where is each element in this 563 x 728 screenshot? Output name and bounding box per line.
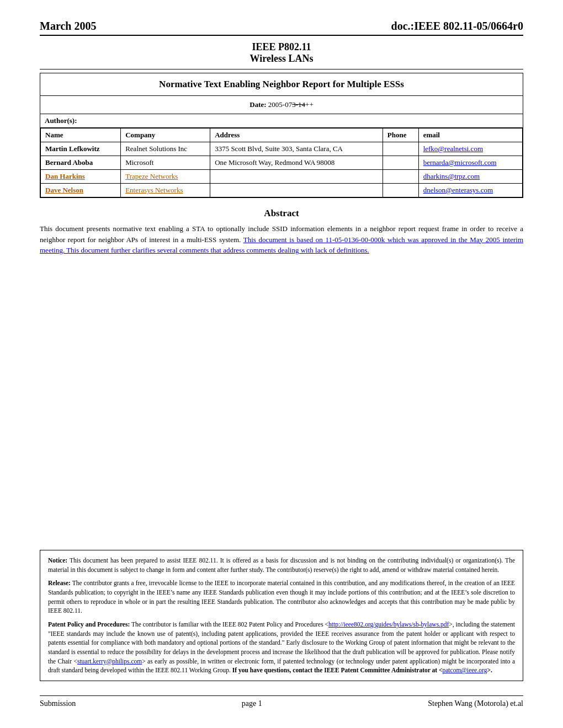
date-label: Date: bbox=[249, 100, 266, 109]
author-phone bbox=[383, 142, 418, 156]
author-company: Microsoft bbox=[121, 156, 210, 170]
title-block: IEEE P802.11 Wireless LANs bbox=[40, 41, 523, 69]
patent-link-1[interactable]: http://ieee802.org/guides/bylaws/sb-byla… bbox=[328, 621, 449, 628]
header-doc-id: doc.:IEEE 802.11-05/0664r0 bbox=[391, 20, 523, 33]
date-value-main: 2005-07 bbox=[268, 100, 292, 109]
author-address: One Microsoft Way, Redmond WA 98008 bbox=[210, 156, 383, 170]
notice-bold-label: Notice: bbox=[48, 557, 67, 564]
author-name-link[interactable]: Dave Nelson bbox=[45, 186, 83, 194]
abstract-title: Abstract bbox=[40, 208, 523, 219]
doc-info-box: Normative Text Enabling Neighbor Report … bbox=[40, 73, 523, 198]
release-text: The contributor grants a free, irrevocab… bbox=[48, 580, 515, 614]
col-header-company: Company bbox=[121, 129, 210, 142]
col-header-phone: Phone bbox=[383, 129, 418, 142]
email-link[interactable]: dharkins@trpz.com bbox=[423, 172, 480, 180]
page: March 2005 doc.:IEEE 802.11-05/0664r0 IE… bbox=[0, 0, 563, 728]
author-company: Enterasys Networks bbox=[121, 184, 210, 197]
patent-bold-label: Patent Policy and Procedures: bbox=[48, 621, 130, 628]
authors-table-header-row: Name Company Address Phone email bbox=[41, 129, 523, 142]
doc-title-line1: IEEE P802.11 bbox=[40, 41, 523, 53]
patent-text-1: The contributor is familiar with the IEE… bbox=[131, 621, 328, 628]
table-row: Martin Lefkowitz Realnet Solutions Inc 3… bbox=[41, 142, 523, 156]
abstract-paragraph: This document presents normative text en… bbox=[40, 223, 523, 256]
page-header: March 2005 doc.:IEEE 802.11-05/0664r0 bbox=[40, 20, 523, 36]
author-phone bbox=[383, 156, 418, 170]
doc-title-line2: Wireless LANs bbox=[40, 53, 523, 65]
author-address: 3375 Scott Blvd, Suite 303, Santa Clara,… bbox=[210, 142, 383, 156]
abstract-section: Abstract This document presents normativ… bbox=[40, 208, 523, 256]
notice-paragraph: Notice: This document has been prepared … bbox=[48, 556, 515, 574]
author-name: Bernard Aboba bbox=[41, 156, 121, 170]
company-link[interactable]: Enterasys Networks bbox=[125, 186, 183, 194]
header-date: March 2005 bbox=[40, 20, 96, 33]
table-row: Dan Harkins Trapeze Networks dharkins@tr… bbox=[41, 170, 523, 184]
table-row: Dave Nelson Enterasys Networks dnelson@e… bbox=[41, 184, 523, 197]
author-phone bbox=[383, 170, 418, 184]
author-name: Dan Harkins bbox=[41, 170, 121, 184]
footer-page-number: page 1 bbox=[242, 699, 262, 708]
authors-table: Name Company Address Phone email Martin … bbox=[40, 128, 523, 197]
doc-submission-title: Normative Text Enabling Neighbor Report … bbox=[40, 73, 523, 96]
notice-text: This document has been prepared to assis… bbox=[48, 557, 515, 573]
author-name: Dave Nelson bbox=[41, 184, 121, 197]
authors-label: Author(s): bbox=[40, 114, 523, 128]
patent-bold-2: If you have questions, contact the IEEE … bbox=[232, 667, 443, 673]
company-link[interactable]: Trapeze Networks bbox=[125, 172, 178, 180]
email-link[interactable]: bernarda@microsoft.com bbox=[423, 158, 497, 167]
email-link[interactable]: dnelson@enterasys.com bbox=[423, 186, 493, 194]
release-paragraph: Release: The contributor grants a free, … bbox=[48, 579, 515, 615]
author-name-link[interactable]: Dan Harkins bbox=[45, 172, 85, 180]
footer-author: Stephen Wang (Motorola) et.al bbox=[428, 699, 523, 708]
email-link[interactable]: lefko@realnetsi.com bbox=[423, 144, 483, 153]
patent-link-3[interactable]: patcom@ieee.org bbox=[443, 667, 487, 673]
doc-date-row: Date: 2005-073-14++ bbox=[40, 96, 523, 114]
date-strikethrough: 3-14 bbox=[292, 100, 305, 109]
author-email: dnelson@enterasys.com bbox=[418, 184, 522, 197]
author-email: bernarda@microsoft.com bbox=[418, 156, 522, 170]
author-company: Trapeze Networks bbox=[121, 170, 210, 184]
footer-submission: Submission bbox=[40, 699, 76, 708]
author-email: lefko@realnetsi.com bbox=[418, 142, 522, 156]
notice-box: Notice: This document has been prepared … bbox=[40, 550, 523, 681]
author-name: Martin Lefkowitz bbox=[41, 142, 121, 156]
page-footer: Submission page 1 Stephen Wang (Motorola… bbox=[40, 695, 523, 708]
table-row: Bernard Aboba Microsoft One Microsoft Wa… bbox=[41, 156, 523, 170]
patent-text-4: >. bbox=[487, 667, 492, 673]
col-header-address: Address bbox=[210, 129, 383, 142]
author-email: dharkins@trpz.com bbox=[418, 170, 522, 184]
author-phone bbox=[383, 184, 418, 197]
author-company: Realnet Solutions Inc bbox=[121, 142, 210, 156]
date-suffix: ++ bbox=[305, 100, 314, 109]
patent-paragraph: Patent Policy and Procedures: The contri… bbox=[48, 620, 515, 675]
col-header-email: email bbox=[418, 129, 522, 142]
release-bold-label: Release: bbox=[48, 580, 71, 586]
patent-link-2[interactable]: stuart.kerry@philips.com bbox=[77, 658, 142, 665]
author-address bbox=[210, 170, 383, 184]
author-address bbox=[210, 184, 383, 197]
col-header-name: Name bbox=[41, 129, 121, 142]
